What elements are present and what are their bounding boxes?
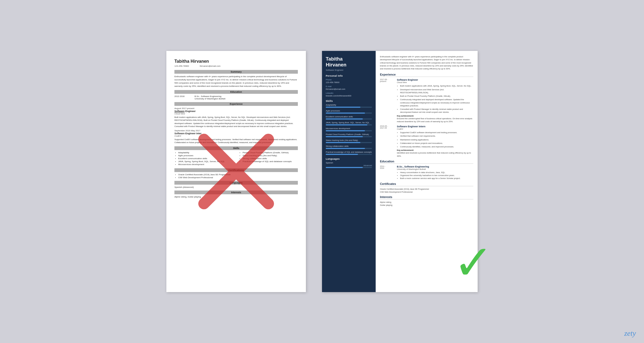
skill-item: Excellent communication skills <box>326 115 372 120</box>
skill-bar-fill <box>326 142 360 143</box>
exp-job-title: Software Engineer Intern <box>397 125 473 128</box>
lang-bars: Spanish Advanced <box>326 162 372 168</box>
edu-body: B.Sc., Software Engineering University o… <box>397 165 473 180</box>
exp-bullets: Built modern applications with JAVA, Spr… <box>397 84 473 114</box>
skill-bar-bg <box>326 118 372 120</box>
bad-resume-email: thirvanen@email.com <box>200 65 220 67</box>
skill-item: Agile processes <box>326 110 372 114</box>
skill-name: Pivotal Cloud Foundry Platform (Gradle, … <box>326 133 372 136</box>
experience-title: Experience <box>174 102 298 106</box>
education-entry: 2014 -2016 B.Sc., Software Engineering U… <box>380 165 473 180</box>
exp2-title: Software Engineer Inter <box>174 132 298 135</box>
linkedin-value: linkedin.com/in/thirvanen600 <box>326 95 372 97</box>
summary-text: Enthusiastic software engineer with 4+ y… <box>174 75 298 88</box>
skill-bar-bg <box>326 107 372 108</box>
skill-item: Strong collaboration skills <box>326 145 372 149</box>
exp1-company: Cloud Nine <box>174 113 298 115</box>
interest-entries: Alpine skiingGuitar playing <box>380 201 473 206</box>
skill-bar-fill <box>326 124 367 125</box>
interest-item: Guitar playing <box>380 204 473 206</box>
skill-bar-bg <box>326 142 372 143</box>
lang-title: Languages <box>174 181 298 185</box>
skill-item: Adaptability <box>326 104 372 108</box>
skill-name: Strong collaboration skills <box>326 145 372 147</box>
cert-title: Certifications <box>174 168 298 172</box>
main-summary: Enthusiastic software engineer with 4+ y… <box>380 55 473 70</box>
bad-resume-name: Tabitha Hirvanen <box>174 59 298 64</box>
phone-value: 123-456-78900 <box>326 81 372 84</box>
email-label: E-mail <box>326 85 372 88</box>
skill-bar-bg <box>326 113 372 114</box>
exp-company: Cloud Nine <box>397 81 473 84</box>
zety-brand: zety <box>624 329 636 338</box>
skill-item: Pivotal Cloud Foundry Platform (Gradle, … <box>326 133 372 137</box>
experience-entries: 2017-08 -present Software Engineer Cloud… <box>380 79 473 158</box>
key-achievement-label: Key achievement: <box>397 149 473 151</box>
lang-level: Advanced <box>326 165 372 166</box>
lang-item: Spanish Advanced <box>326 162 372 168</box>
skill-name: JAVA, Spring, Spring Boot, SQL, Server, … <box>326 121 372 124</box>
resume-sidebar: Tabitha Hirvanen Software Engineer Perso… <box>322 51 376 292</box>
edu-school-text: University of Washington Bothell <box>397 168 473 170</box>
skills-sidebar-title: Skills <box>326 100 372 102</box>
exp-body: Software Engineer Cloud Nine Built moder… <box>397 79 473 123</box>
exp2-desc: Supported CodEX software development and… <box>174 138 298 144</box>
key-achievement-label: Key achievement: <box>397 115 473 117</box>
interest-text: Alpine skiing, Guitar playing <box>174 196 298 198</box>
edu-bullets: Heavy concentration in data structures, … <box>397 171 473 180</box>
main-edu-title: Education <box>380 160 473 164</box>
skill-item: JAVA, Spring, Spring Boot, SQL, Server, … <box>326 121 372 125</box>
exp-company: CodEX <box>397 128 473 130</box>
skill-name: Microservices development <box>326 127 372 130</box>
edu-degree-text: B.Sc., Software Engineering <box>397 165 473 168</box>
skills-bars: Adaptability Agile processes Excellent c… <box>326 104 372 155</box>
education-title: Education <box>174 90 298 94</box>
skills-col2: Pivotal Cloud Foundry Platform (Gradle, … <box>239 151 298 166</box>
skill-bar-fill <box>326 118 363 120</box>
skills-col1: Adaptability Agile processes Excellent c… <box>174 151 233 166</box>
cert-item: Oracle Certified Associate (OCA) Java SE… <box>380 188 473 190</box>
skill-bar-bg <box>326 130 372 131</box>
skill-name: Agile processes <box>326 110 372 112</box>
skills-title: Skills <box>174 146 298 150</box>
exp1-desc: Built modern applications with JAVA, Spr… <box>174 116 298 128</box>
resume-main: Enthusiastic software engineer with 4+ y… <box>376 51 478 292</box>
exp2-company: CodEX <box>174 135 298 137</box>
main-interest-title: Interests <box>380 195 473 199</box>
good-resume: Tabitha Hirvanen Software Engineer Perso… <box>322 51 478 292</box>
lang-text: Spanish (Advanced) <box>174 186 298 188</box>
bad-resume-phone: 123-456-78900 <box>174 65 189 67</box>
bad-resume: Tabitha Hirvanen 123-456-78900 thirvanen… <box>166 51 306 292</box>
skill-bar-fill <box>326 130 365 131</box>
exp-date: 2017-08 -present <box>380 79 395 123</box>
skill-bar-bg <box>326 136 372 137</box>
lang-bar-fill <box>326 167 363 168</box>
exp-job-title: Software Engineer <box>397 79 473 81</box>
experience-entry: 2016-09 -2017-05 Software Engineer Inter… <box>380 125 473 158</box>
key-achievement-text: Ensured the uninterrupted flow of busine… <box>397 117 473 123</box>
edu-date: 2014 -2016 <box>380 165 395 180</box>
key-achievement-text: Identified and resolved a process bottle… <box>397 151 473 158</box>
exp-bullets: Supported CodEX software development and… <box>397 131 473 148</box>
education-entries: 2014 -2016 B.Sc., Software Engineering U… <box>380 165 473 180</box>
cert-item: CIW Web Development Professional <box>380 191 473 193</box>
skill-bar-fill <box>326 107 360 108</box>
skill-bar-bg <box>326 148 372 149</box>
skill-bar-fill <box>326 154 358 155</box>
lang-bar-bg <box>326 167 372 168</box>
interest-title: Interests <box>174 191 298 194</box>
skill-name: Adaptability <box>326 104 372 106</box>
edu-year: 2013 2016 <box>174 95 189 100</box>
exp-date: 2016-09 -2017-05 <box>380 125 395 158</box>
cert-list: Oracle Certified Associate (OCA) Java SE… <box>174 173 298 179</box>
cert-entries: Oracle Certified Associate (OCA) Java SE… <box>380 188 473 193</box>
exp2-date: September 2016 May 2017 <box>174 129 298 132</box>
interest-item: Alpine skiing <box>380 201 473 203</box>
main-cert-title: Certificates <box>380 182 473 186</box>
edu-school: University of Washington Bothell <box>195 98 225 100</box>
skill-bar-bg <box>326 124 372 125</box>
good-resume-name: Tabitha Hirvanen <box>326 56 372 68</box>
exp-body: Software Engineer Intern CodEX Supported… <box>397 125 473 158</box>
skill-item: Microservices development <box>326 127 372 131</box>
exp1-date: August 2017-present <box>174 107 298 110</box>
